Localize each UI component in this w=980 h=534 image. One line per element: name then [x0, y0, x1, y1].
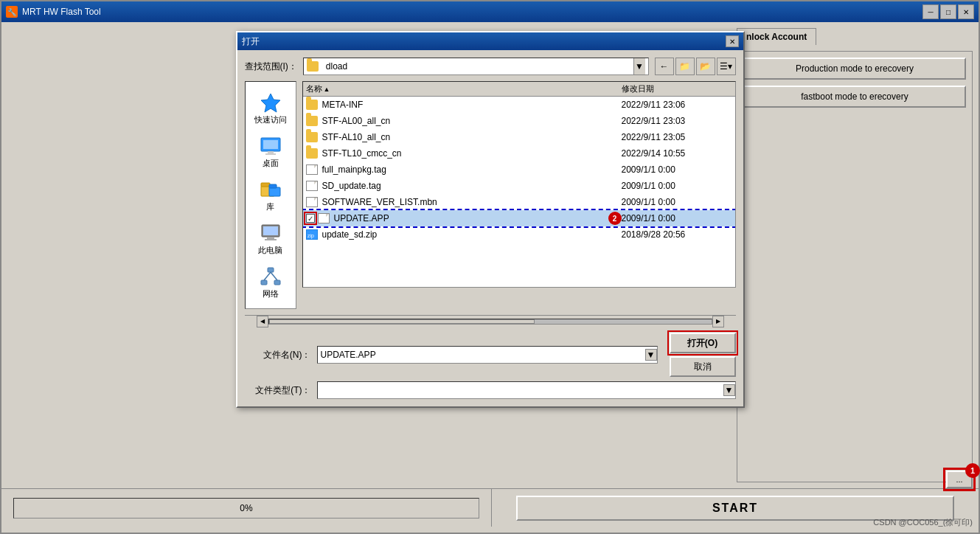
- file-name: full_mainpkg.tag: [322, 164, 622, 175]
- list-item[interactable]: STF-AL00_all_cn 2022/9/11 23:03: [303, 113, 735, 129]
- nav-back-button[interactable]: ←: [655, 58, 674, 75]
- shortcut-this-pc-label: 此电脑: [258, 245, 282, 256]
- scroll-right-button[interactable]: ▶: [712, 316, 724, 327]
- scrollbar-area: ◀ ▶: [245, 315, 736, 327]
- file-date: 2018/9/28 20:56: [622, 229, 732, 240]
- look-in-select[interactable]: dload ▼: [303, 58, 649, 75]
- shortcut-library[interactable]: 库: [249, 175, 293, 215]
- svg-rect-2: [263, 140, 278, 149]
- scrollbar-track[interactable]: [268, 319, 712, 325]
- column-date[interactable]: 修改日期: [622, 83, 732, 94]
- zip-icon: zip: [306, 229, 318, 240]
- file-name: STF-AL10_all_cn: [322, 132, 622, 142]
- list-item[interactable]: zip update_sd.zip 2018/9/28 20:56: [303, 226, 735, 243]
- folder-icon: [306, 148, 318, 159]
- file-list-container[interactable]: 名称 ▲ 修改日期 META-INF 2022/9/11 23:06: [302, 81, 736, 288]
- view-button[interactable]: ☰▾: [717, 58, 736, 75]
- shortcut-quick-access[interactable]: 快速访问: [249, 88, 293, 128]
- file-name: SD_update.tag: [322, 181, 622, 191]
- list-item[interactable]: SD_update.tag 2009/1/1 0:00: [303, 178, 735, 194]
- svg-rect-8: [269, 184, 277, 188]
- svg-rect-10: [263, 226, 278, 235]
- file-date: 2022/9/11 23:06: [622, 100, 732, 110]
- file-icon: [306, 164, 318, 175]
- svg-rect-12: [265, 239, 277, 240]
- file-name: STF-AL00_all_cn: [322, 116, 622, 126]
- file-checkbox[interactable]: ✓: [306, 214, 315, 223]
- svg-rect-6: [261, 183, 270, 187]
- shortcut-network[interactable]: 网络: [249, 262, 293, 302]
- folder-icon: [306, 116, 318, 126]
- file-name: META-INF: [322, 100, 622, 110]
- open-button[interactable]: 打开(O): [670, 333, 736, 353]
- file-date: 2022/9/11 23:05: [622, 132, 732, 142]
- badge-1: 1: [965, 463, 980, 478]
- shortcut-this-pc[interactable]: 此电脑: [249, 218, 293, 259]
- dialog-bottom: 文件名(N)： UPDATE.APP ▼ 打开(O) 取消 文件类型(T)：: [245, 333, 736, 399]
- folder-icon: [307, 61, 319, 72]
- filename-dropdown[interactable]: ▼: [645, 349, 657, 361]
- file-icon: [306, 181, 318, 191]
- file-name: update_sd.zip: [322, 229, 622, 240]
- up-folder-button[interactable]: 📂: [696, 58, 715, 75]
- column-name[interactable]: 名称 ▲: [306, 83, 622, 94]
- network-icon: [259, 265, 282, 288]
- look-in-value: dload: [326, 61, 630, 72]
- dialog-close-button[interactable]: ✕: [726, 35, 739, 47]
- library-icon: [259, 178, 282, 201]
- file-icon: [318, 213, 330, 223]
- folder-icon: [306, 132, 318, 142]
- shortcut-network-label: 网络: [263, 288, 279, 299]
- shortcuts-panel: 快速访问 桌面: [245, 81, 296, 309]
- svg-text:zip: zip: [307, 233, 314, 239]
- filetype-row: 文件类型(T)： ▼: [245, 381, 736, 399]
- scroll-left-button[interactable]: ◀: [257, 316, 268, 327]
- list-item[interactable]: SOFTWARE_VER_LIST.mbn 2009/1/1 0:00: [303, 194, 735, 210]
- file-date: 2022/9/11 23:03: [622, 116, 732, 126]
- file-date: 2009/1/1 0:00: [622, 213, 732, 223]
- badge-2: 2: [608, 212, 622, 225]
- file-dialog-overlay: 打开 ✕ 查找范围(I)： dload ▼ ← 📁 📂: [1, 1, 979, 533]
- svg-rect-3: [268, 151, 274, 153]
- look-in-row: 查找范围(I)： dload ▼ ← 📁 📂 ☰▾: [245, 58, 736, 75]
- desktop-icon: [259, 134, 282, 158]
- file-name: STF-TL10_cmcc_cn: [322, 148, 622, 159]
- svg-rect-4: [265, 153, 276, 155]
- svg-rect-14: [261, 280, 267, 285]
- list-item-update-app[interactable]: ✓ UPDATE.APP 2 2009/1/1 0:00: [303, 210, 735, 226]
- toolbar-buttons: ← 📁 📂 ☰▾: [655, 58, 736, 75]
- file-dialog: 打开 ✕ 查找范围(I)： dload ▼ ← 📁 📂: [236, 31, 745, 408]
- look-in-dropdown-arrow[interactable]: ▼: [633, 58, 645, 74]
- list-item[interactable]: META-INF 2022/9/11 23:06: [303, 97, 735, 113]
- file-browser: 快速访问 桌面: [245, 81, 736, 309]
- look-in-label: 查找范围(I)：: [245, 60, 297, 73]
- filename-value: UPDATE.APP: [318, 350, 645, 360]
- file-name: UPDATE.APP: [334, 213, 605, 223]
- shortcut-quick-access-label: 快速访问: [254, 114, 287, 125]
- new-folder-button[interactable]: 📁: [675, 58, 695, 75]
- list-item[interactable]: full_mainpkg.tag 2009/1/1 0:00: [303, 162, 735, 178]
- scrollbar-thumb: [269, 319, 535, 324]
- file-date: 2022/9/14 10:55: [622, 148, 732, 159]
- app-window: 🔧 MRT HW Flash Tool ─ □ ✕ nlock Account …: [0, 0, 980, 534]
- svg-rect-11: [267, 237, 274, 239]
- list-item[interactable]: STF-AL10_all_cn 2022/9/11 23:05: [303, 129, 735, 145]
- svg-line-17: [271, 272, 277, 280]
- this-pc-icon: [259, 221, 282, 245]
- shortcut-desktop-label: 桌面: [263, 158, 279, 169]
- dialog-body: 查找范围(I)： dload ▼ ← 📁 📂 ☰▾: [237, 50, 743, 406]
- list-item[interactable]: STF-TL10_cmcc_cn 2022/9/14 10:55: [303, 145, 735, 162]
- filetype-label: 文件类型(T)：: [245, 384, 311, 397]
- shortcut-desktop[interactable]: 桌面: [249, 131, 293, 172]
- dialog-title: 打开: [242, 35, 260, 48]
- filename-label: 文件名(N)：: [245, 349, 311, 361]
- filename-row: 文件名(N)： UPDATE.APP ▼ 打开(O) 取消: [245, 333, 736, 377]
- cancel-button[interactable]: 取消: [670, 356, 736, 377]
- browse-area: ... 1: [946, 471, 973, 488]
- svg-rect-13: [268, 268, 274, 272]
- file-date: 2009/1/1 0:00: [622, 181, 732, 191]
- filetype-dropdown[interactable]: ▼: [723, 384, 735, 396]
- svg-rect-7: [269, 187, 280, 196]
- file-name: SOFTWARE_VER_LIST.mbn: [322, 197, 622, 207]
- dialog-action-buttons: 打开(O) 取消: [670, 333, 736, 377]
